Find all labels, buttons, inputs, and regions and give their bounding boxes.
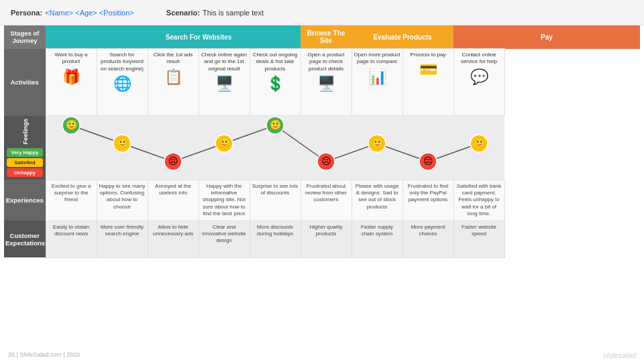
activity-icon-3: 📋 [150, 68, 197, 86]
badge-satisfied: Satisfied [7, 158, 43, 167]
feelings-line-chart: 🙂 🙂 ☹ 🙂 🙂 [46, 116, 504, 171]
expectations-label: Customer Expectations [4, 221, 46, 257]
footer-right: slidesalad [603, 351, 636, 359]
activity-text-3: Click the 1st ads result [150, 52, 197, 66]
activity-icon-1: 🎁 [48, 68, 95, 86]
persona-value: <Name> <Age> <Position> [45, 9, 134, 17]
activity-text-6: Open a product page to check product det… [303, 52, 350, 72]
expectation-2: More user friendly search engine [97, 221, 148, 257]
svg-text:🙂: 🙂 [219, 137, 231, 149]
activity-text-7: Open more product page to compare [354, 52, 400, 66]
activity-cell-8: Process to pay 💳 [402, 49, 453, 116]
stages-of-journey-label: Stages of Journey [4, 25, 46, 49]
expectation-3: Allow to hide unnecessary ads [148, 221, 199, 257]
experience-5: Surprise to see lots of discounts [250, 180, 301, 221]
expectation-1: Easily to obtain discount news [46, 221, 97, 257]
activity-icon-7: 📊 [354, 68, 400, 86]
activity-text-5: Check out ongoing deals & hot sale produ… [252, 52, 299, 72]
footer-left: 26 | SlideSalad.com | 2020 [8, 351, 80, 359]
experience-9: Satisfied with bank card payment. Feels … [453, 180, 504, 221]
experience-4: Happy with the informative shopping site… [199, 180, 250, 221]
feelings-label: Feelings [21, 119, 29, 145]
activity-text-9: Contact online service for help [456, 52, 502, 66]
activity-cell-7: Open more product page to compare 📊 [352, 49, 402, 116]
activity-icon-2: 🌐 [99, 75, 146, 93]
activity-icon-5: 💲 [252, 75, 299, 93]
activity-text-4: Check online again and go to the 1st ori… [201, 52, 248, 72]
activity-icon-8: 💳 [405, 61, 451, 78]
activity-cell-9: Contact online service for help 💬 [453, 49, 504, 116]
activity-icon-9: 💬 [456, 68, 502, 86]
expectation-4: Clear and innovative website design [199, 221, 250, 257]
svg-text:☹: ☹ [321, 156, 331, 166]
expectation-9: Faster website speed [453, 221, 504, 257]
feelings-chart-area: 🙂 🙂 ☹ 🙂 🙂 [46, 116, 504, 180]
activity-text-1: Want to buy a product [48, 52, 95, 66]
activity-cell-6: Open a product page to check product det… [301, 49, 352, 116]
activities-label: Activities [4, 49, 46, 116]
experience-6: Frustrated about review from other custo… [301, 180, 352, 221]
svg-text:☹: ☹ [423, 156, 433, 166]
svg-text:☹: ☹ [168, 156, 178, 166]
stage-pay: Pay [453, 25, 640, 49]
activity-icon-6: 🖥️ [303, 75, 350, 93]
expectation-8: More payment choices [402, 221, 453, 257]
svg-text:🙂: 🙂 [66, 119, 78, 131]
stage-evaluate: Evaluate Products [352, 25, 453, 49]
stage-motivation [46, 25, 97, 49]
scenario-label: Scenario: [166, 9, 200, 17]
activity-cell-5: Check out ongoing deals & hot sale produ… [250, 49, 301, 116]
badge-unhappy: Unhappy [7, 168, 43, 177]
experience-2: Happy to see many options. Confusing abo… [97, 180, 148, 221]
activity-text-8: Process to pay [405, 52, 451, 58]
experience-1: Excited to give a surprise to the friend [46, 180, 97, 221]
activity-cell-1: Want to buy a product 🎁 [46, 49, 97, 116]
svg-text:🙂: 🙂 [474, 137, 486, 149]
expectation-7: Faster supply chain system [352, 221, 402, 257]
activity-icon-4: 🖥️ [201, 75, 248, 93]
feelings-section-label: Feelings Very Happy Satisfied Unhappy [4, 116, 46, 180]
activity-cell-3: Click the 1st ads result 📋 [148, 49, 199, 116]
experience-3: Annoyed at the useless info [148, 180, 199, 221]
stage-browse: Browse The Site [301, 25, 352, 49]
experience-8: Frustrated to find only the PayPal payme… [402, 180, 453, 221]
persona-label: Persona: [11, 9, 42, 17]
experiences-label: Experiences [4, 180, 46, 221]
activity-cell-4: Check online again and go to the 1st ori… [199, 49, 250, 116]
expectation-5: More discounts during holidays [250, 221, 301, 257]
experience-7: Please with usage & designs. Sad to see … [352, 180, 402, 221]
stage-search: Search For Websites [97, 25, 301, 49]
activity-cell-2: Search for products Keyword on search en… [97, 49, 148, 116]
svg-text:🙂: 🙂 [270, 119, 282, 131]
svg-text:🙂: 🙂 [372, 137, 384, 149]
expectation-6: Higher quality products [301, 221, 352, 257]
svg-text:🙂: 🙂 [117, 137, 129, 149]
badge-very-happy: Very Happy [7, 148, 43, 157]
activity-text-2: Search for products Keyword on search en… [99, 52, 146, 72]
scenario-value: This is sample text [203, 9, 264, 17]
